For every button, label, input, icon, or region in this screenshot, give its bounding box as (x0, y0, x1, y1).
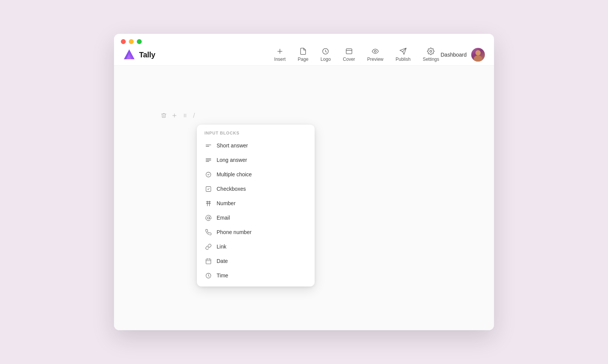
publish-icon (399, 47, 407, 55)
page-icon (299, 47, 307, 55)
email-icon (204, 214, 212, 222)
block-type-number[interactable]: Number (197, 196, 315, 210)
maximize-button[interactable] (137, 39, 142, 44)
brand: Tally (123, 49, 155, 61)
link-label: Link (217, 244, 226, 250)
block-type-long-answer[interactable]: Long answer (197, 153, 315, 167)
brand-name: Tally (139, 51, 155, 59)
logo-toolbar-icon (322, 47, 329, 55)
long-answer-label: Long answer (217, 157, 247, 163)
add-block-button[interactable] (170, 111, 179, 120)
cover-label: Cover (343, 57, 355, 62)
long-answer-icon (204, 156, 212, 164)
settings-button[interactable]: Settings (417, 44, 444, 65)
page-button[interactable]: Page (293, 44, 314, 65)
avatar[interactable] (471, 48, 485, 62)
block-type-short-answer[interactable]: Short answer (197, 138, 315, 153)
block-type-date[interactable]: Date (197, 254, 315, 268)
svg-point-31 (207, 217, 209, 219)
svg-point-11 (430, 51, 432, 52)
preview-button[interactable]: Preview (362, 44, 389, 65)
logo-button[interactable]: Logo (315, 44, 336, 65)
minimize-button[interactable] (129, 39, 134, 44)
svg-rect-32 (206, 259, 211, 264)
number-label: Number (217, 200, 236, 206)
block-type-dropdown: INPUT BLOCKS Short answer (197, 125, 315, 286)
svg-point-14 (184, 114, 185, 115)
checkboxes-label: Checkboxes (217, 186, 246, 192)
toolbar: Tally Insert Page (114, 44, 494, 66)
settings-icon (427, 47, 435, 55)
publish-label: Publish (396, 57, 410, 62)
app-window: Tally Insert Page (114, 34, 494, 330)
svg-point-17 (185, 115, 186, 116)
logo-label: Logo (321, 57, 331, 62)
toolbar-center: Insert Page Logo (269, 44, 445, 65)
insert-label: Insert (274, 57, 286, 62)
svg-point-15 (185, 114, 186, 115)
time-icon (204, 272, 212, 279)
time-label: Time (217, 272, 228, 279)
page-label: Page (298, 57, 309, 62)
svg-rect-6 (346, 49, 352, 54)
toolbar-right: Dashboard (441, 48, 485, 62)
settings-label: Settings (423, 57, 439, 62)
svg-point-18 (184, 116, 185, 117)
cover-icon (345, 47, 353, 55)
multiple-choice-label: Multiple choice (217, 171, 252, 177)
block-type-phone-number[interactable]: Phone number (197, 225, 315, 239)
insert-icon (276, 47, 284, 55)
number-icon (204, 199, 212, 207)
short-answer-icon (204, 142, 212, 149)
svg-point-16 (184, 115, 185, 116)
block-type-multiple-choice[interactable]: Multiple choice (197, 167, 315, 182)
titlebar (114, 34, 494, 44)
insert-button[interactable]: Insert (269, 44, 291, 65)
link-icon (204, 243, 212, 250)
block-type-time[interactable]: Time (197, 268, 315, 283)
main-content: / INPUT BLOCKS Short answer (114, 66, 494, 330)
block-slash-indicator: / (193, 112, 195, 120)
date-icon (204, 257, 212, 265)
date-label: Date (217, 258, 228, 264)
checkboxes-icon (204, 185, 212, 193)
block-type-link[interactable]: Link (197, 239, 315, 254)
phone-icon (204, 228, 212, 236)
publish-button[interactable]: Publish (390, 44, 416, 65)
traffic-lights (121, 39, 142, 44)
preview-icon (372, 47, 379, 55)
multiple-choice-icon (204, 171, 212, 178)
phone-number-label: Phone number (217, 229, 252, 235)
block-controls: / (160, 111, 195, 120)
email-label: Email (217, 215, 230, 221)
svg-point-8 (374, 51, 376, 52)
close-button[interactable] (121, 39, 126, 44)
cover-button[interactable]: Cover (337, 44, 360, 65)
drag-block-handle[interactable] (181, 111, 189, 120)
dropdown-section-title: INPUT BLOCKS (197, 131, 315, 138)
svg-point-19 (185, 116, 186, 117)
preview-label: Preview (367, 57, 383, 62)
tally-logo-icon (123, 49, 135, 61)
short-answer-label: Short answer (217, 142, 248, 149)
block-type-email[interactable]: Email (197, 210, 315, 225)
dashboard-link[interactable]: Dashboard (441, 52, 467, 58)
delete-block-button[interactable] (160, 111, 168, 120)
block-type-checkboxes[interactable]: Checkboxes (197, 182, 315, 196)
